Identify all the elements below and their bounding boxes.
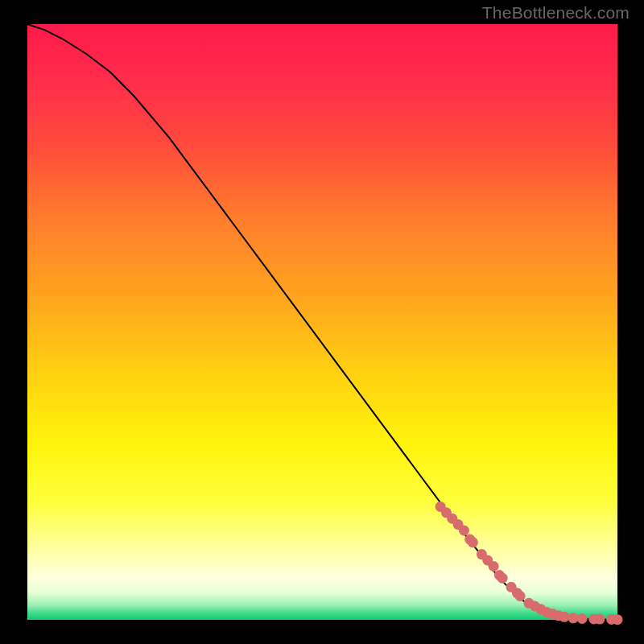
chart-frame: TheBottleneck.com <box>0 0 644 644</box>
scatter-point <box>468 537 478 547</box>
plot-background <box>27 24 617 620</box>
scatter-point <box>497 573 508 584</box>
scatter-point <box>459 526 469 536</box>
scatter-point <box>515 591 526 601</box>
scatter-point <box>613 614 623 625</box>
scatter-point <box>577 613 588 624</box>
chart-svg <box>0 0 644 644</box>
watermark-text: TheBottleneck.com <box>482 3 630 23</box>
scatter-point <box>489 561 499 572</box>
scatter-point <box>559 612 570 622</box>
scatter-point <box>595 614 605 625</box>
